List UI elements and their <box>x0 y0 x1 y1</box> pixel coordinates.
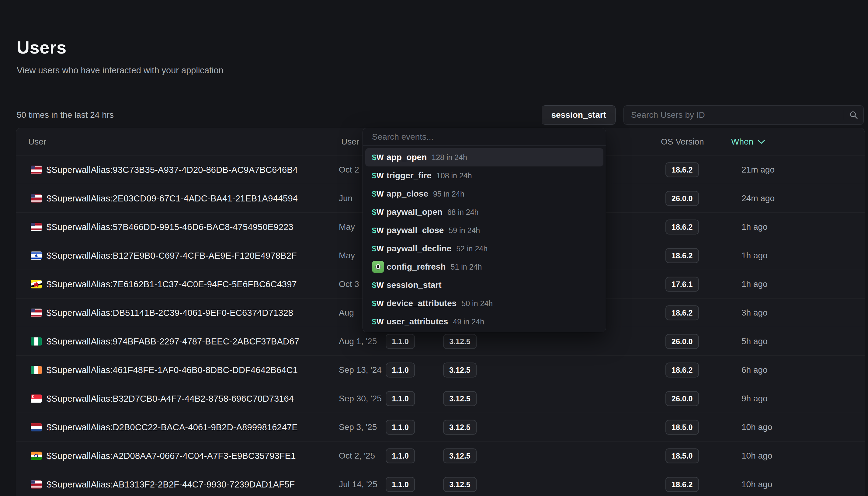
event-count-summary: 50 times in the last 24 hrs <box>17 110 114 120</box>
sdk-version-badge: 3.12.5 <box>443 362 477 377</box>
app-version-badge: 1.1.0 <box>386 334 415 349</box>
when-cell: 5h ago <box>741 337 768 346</box>
table-row[interactable]: $SuperwallAlias:B32D7CB0-A4F7-44B2-8758-… <box>16 384 865 413</box>
search-users-input[interactable] <box>624 106 844 124</box>
user-alias: $SuperwallAlias:461F48FE-1AF0-46B0-8DBC-… <box>47 365 298 375</box>
event-count-24h: 50 in 24h <box>461 299 493 308</box>
event-option-session_start[interactable]: $Wsession_start <box>365 276 604 294</box>
os-version-cell: 18.6.2 <box>665 477 699 492</box>
event-count-24h: 51 in 24h <box>451 263 482 272</box>
event-count-24h: 52 in 24h <box>456 244 487 253</box>
events-dropdown: $Wapp_open128 in 24h$Wtrigger_fire108 in… <box>363 128 606 332</box>
event-option-paywall_open[interactable]: $Wpaywall_open68 in 24h <box>365 203 604 221</box>
superwall-logo-icon: $W <box>372 171 387 180</box>
us-flag-icon <box>31 480 42 489</box>
event-option-app_open[interactable]: $Wapp_open128 in 24h <box>365 148 604 167</box>
superwall-logo-icon: $W <box>372 299 387 308</box>
os-version-cell: 18.6.2 <box>665 305 699 320</box>
country-cell <box>31 251 42 260</box>
os-version-badge: 26.0.0 <box>665 334 699 349</box>
event-label: user_attributes <box>387 317 448 326</box>
table-row[interactable]: $SuperwallAlias:AB1313F2-2B2F-44C7-9930-… <box>16 470 865 496</box>
user-alias: $SuperwallAlias:974BFABB-2297-4787-BEEC-… <box>47 336 299 346</box>
when-cell: 21m ago <box>741 165 775 175</box>
superwall-logo-icon: $W <box>372 281 387 290</box>
superwall-logo-icon: $W <box>372 189 387 198</box>
country-cell <box>31 337 42 345</box>
os-version-cell: 18.6.2 <box>665 162 699 177</box>
os-version-badge: 18.6.2 <box>665 477 699 492</box>
event-filter-button[interactable]: session_start <box>542 105 615 125</box>
when-cell: 3h ago <box>741 308 768 318</box>
user-alias: $SuperwallAlias:AB1313F2-2B2F-44C7-9930-… <box>47 480 295 490</box>
event-label: config_refresh <box>387 262 446 272</box>
event-option-app_close[interactable]: $Wapp_close95 in 24h <box>365 185 604 203</box>
sdk-version-badge: 3.12.5 <box>443 391 477 406</box>
country-cell <box>31 166 42 174</box>
when-cell: 24m ago <box>741 193 775 203</box>
user-since-date: Sep 3, '25 <box>339 422 377 432</box>
us-flag-icon <box>31 194 42 202</box>
os-version-badge: 18.6.2 <box>665 362 699 377</box>
event-option-paywall_decline[interactable]: $Wpaywall_decline52 in 24h <box>365 239 604 258</box>
search-events-input[interactable] <box>363 128 606 145</box>
event-count-24h: 49 in 24h <box>453 317 484 326</box>
user-since-date: Oct 3 <box>339 279 359 289</box>
dollar-glyph: $ <box>372 281 376 290</box>
us-flag-icon <box>31 166 42 174</box>
w-glyph: W <box>376 208 384 217</box>
event-count-24h: 68 in 24h <box>447 208 479 217</box>
os-version-badge: 18.6.2 <box>665 219 699 234</box>
event-option-paywall_close[interactable]: $Wpaywall_close59 in 24h <box>365 221 604 239</box>
column-header-when-sort[interactable]: When <box>731 128 765 155</box>
event-option-config_refresh[interactable]: config_refresh51 in 24h <box>365 258 604 276</box>
os-version-badge: 18.5.0 <box>665 420 699 435</box>
sdk-version-badge: 3.12.5 <box>443 477 477 492</box>
user-since-date: May <box>339 251 355 261</box>
superwall-logo-icon: $W <box>372 153 387 162</box>
when-cell: 1h ago <box>741 279 768 289</box>
country-cell <box>31 194 42 202</box>
user-alias: $SuperwallAlias:93C73B35-A937-4D20-86DB-… <box>47 165 298 175</box>
os-version-cell: 26.0.0 <box>665 334 699 349</box>
sdk-version-cell: 3.12.5 <box>443 362 477 377</box>
toolbar: session_start <box>542 105 864 125</box>
app-version-cell: 1.1.0 <box>386 391 415 406</box>
os-version-badge: 26.0.0 <box>665 391 699 406</box>
table-row[interactable]: $SuperwallAlias:D2B0CC22-BACA-4061-9B2D-… <box>16 413 865 441</box>
event-label: device_attributes <box>387 298 456 308</box>
table-row[interactable]: $SuperwallAlias:461F48FE-1AF0-46B0-8DBC-… <box>16 356 865 384</box>
event-option-user_attributes[interactable]: $Wuser_attributes49 in 24h <box>365 312 604 331</box>
user-since-date: Aug <box>339 308 354 318</box>
user-alias: $SuperwallAlias:7E6162B1-1C37-4C0E-94FC-… <box>47 279 297 289</box>
app-version-badge: 1.1.0 <box>386 362 415 377</box>
sdk-version-badge: 3.12.5 <box>443 334 477 349</box>
os-version-badge: 18.6.2 <box>665 162 699 177</box>
column-header-user: User <box>28 128 46 155</box>
event-option-device_attributes[interactable]: $Wdevice_attributes50 in 24h <box>365 294 604 312</box>
w-glyph: W <box>376 153 384 162</box>
us-flag-icon <box>31 309 42 317</box>
us-flag-icon <box>31 223 42 231</box>
when-cell: 10h ago <box>741 451 772 461</box>
page-title: Users <box>17 37 67 58</box>
os-version-cell: 26.0.0 <box>665 191 699 206</box>
table-row[interactable]: $SuperwallAlias:A2D08AA7-0667-4C04-A7F3-… <box>16 441 865 470</box>
event-label: session_start <box>387 280 441 290</box>
w-glyph: W <box>376 189 384 198</box>
app-version-badge: 1.1.0 <box>386 448 415 463</box>
os-version-cell: 18.5.0 <box>665 420 699 435</box>
country-cell <box>31 280 42 288</box>
event-option-trigger_fire[interactable]: $Wtrigger_fire108 in 24h <box>365 167 604 185</box>
when-cell: 6h ago <box>741 365 768 375</box>
os-version-badge: 26.0.0 <box>665 191 699 206</box>
dollar-glyph: $ <box>372 317 376 326</box>
user-search-box <box>624 105 864 125</box>
user-alias: $SuperwallAlias:D2B0CC22-BACA-4061-9B2D-… <box>47 422 298 432</box>
events-list: $Wapp_open128 in 24h$Wtrigger_fire108 in… <box>363 146 606 332</box>
event-label: trigger_fire <box>387 171 432 181</box>
user-since-date: Aug 1, '25 <box>339 337 377 346</box>
config-refresh-app-icon <box>372 261 384 273</box>
sdk-version-badge: 3.12.5 <box>443 448 477 463</box>
user-alias: $SuperwallAlias:2E03CD09-67C1-4ADC-BA41-… <box>47 193 298 203</box>
